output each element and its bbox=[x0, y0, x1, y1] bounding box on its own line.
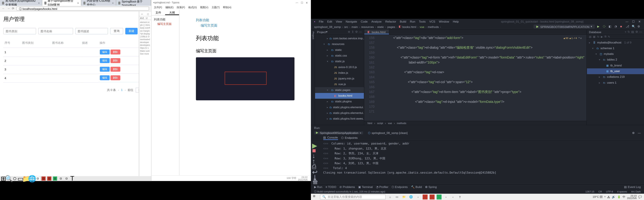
menu-edit[interactable]: 编辑(E) bbox=[165, 5, 174, 9]
rerun-icon[interactable]: ▶ bbox=[312, 142, 316, 146]
heading2[interactable]: 编写主页面 bbox=[196, 48, 294, 54]
edit-button[interactable]: 编辑 bbox=[100, 67, 110, 72]
wrap-icon[interactable]: ↩ bbox=[312, 168, 316, 172]
problems-tool[interactable]: ⊘ Problems bbox=[340, 186, 355, 189]
build-tool[interactable]: 🔨 Build bbox=[411, 186, 422, 189]
close-icon[interactable]: × bbox=[38, 1, 40, 4]
cortana-icon[interactable]: ○ bbox=[388, 195, 392, 199]
reload-icon[interactable]: ⟳ bbox=[12, 7, 14, 10]
edit-button[interactable]: 编辑 bbox=[100, 58, 110, 63]
hide-icon[interactable]: — bbox=[638, 132, 641, 134]
delete-button[interactable]: 删除 bbox=[110, 58, 120, 63]
breadcrumb-item[interactable]: static bbox=[377, 25, 384, 28]
styles-tab[interactable]: 样式 bbox=[139, 16, 145, 20]
close-icon[interactable]: ✕ bbox=[638, 20, 641, 23]
breadcrumb-item[interactable]: resources bbox=[361, 25, 374, 28]
tree-item[interactable]: JSvue.js bbox=[315, 82, 364, 87]
app-icon[interactable]: ▫ bbox=[444, 195, 448, 199]
back-icon[interactable]: ← bbox=[2, 7, 5, 10]
breadcrumb-item[interactable]: methods bbox=[428, 25, 439, 28]
ime-icon[interactable]: 中 bbox=[622, 195, 626, 199]
todo-tool[interactable]: ≡ TODO bbox=[326, 186, 336, 189]
editor-tab[interactable]: ◧books.html bbox=[364, 29, 389, 34]
menu-item[interactable]: Refactor bbox=[385, 20, 396, 23]
menu-file[interactable]: 文件(F) bbox=[154, 5, 162, 9]
files-tab[interactable]: 文件 bbox=[152, 10, 165, 15]
volume-icon[interactable]: 🔊 bbox=[612, 195, 616, 199]
clock[interactable]: 23:23 2022/5/6 bbox=[627, 195, 636, 199]
taskbar[interactable]: ⊞ 🔍在这里输入你要搜索的内容 ○ ▭ 📁 🌐 ▫ ▫ ▫ ▫ ▫ ▫ T 19… bbox=[311, 194, 644, 200]
tree-item[interactable]: ▸🗀static.plugins bbox=[315, 99, 364, 104]
url-input[interactable]: ⓘ localhost/pages/books.html bbox=[16, 6, 149, 10]
code-area[interactable]: 156 157 158 159 160 161 162 163 164 165 … bbox=[364, 35, 586, 121]
tree-item[interactable]: ▾🗀resources bbox=[315, 41, 364, 47]
outline-item[interactable]: 编写主页面 bbox=[154, 22, 176, 26]
type-input[interactable] bbox=[3, 28, 36, 34]
menu-theme[interactable]: 主题(T) bbox=[212, 5, 220, 9]
settings-icon[interactable]: ⚙ bbox=[638, 25, 641, 28]
console-tab[interactable]: ▤Console bbox=[323, 136, 338, 140]
run-icon[interactable]: ▶ bbox=[597, 25, 600, 28]
explorer-icon[interactable]: 📁 bbox=[402, 195, 406, 199]
run-tool[interactable]: ▶ Run bbox=[314, 186, 322, 189]
gear-icon[interactable]: ⚙ bbox=[355, 30, 358, 34]
terminal-tool[interactable]: ▣ Terminal bbox=[358, 186, 373, 189]
print-icon[interactable]: ⎙ bbox=[312, 163, 316, 167]
query-button[interactable]: 查询 bbox=[110, 28, 123, 34]
delete-button[interactable]: 删除 bbox=[110, 75, 120, 80]
tree-item[interactable]: JSindex.js bbox=[315, 70, 364, 76]
menu-help[interactable]: 帮助(H) bbox=[223, 5, 231, 9]
close-icon[interactable]: × bbox=[77, 1, 79, 4]
tree-item[interactable]: ◧books.html bbox=[315, 93, 364, 99]
db-tree-item[interactable]: ▾◫mybatis bbox=[587, 51, 644, 57]
close-icon[interactable]: × bbox=[360, 132, 361, 134]
cortana-icon[interactable]: ○ bbox=[13, 177, 17, 181]
breadcrumb-item[interactable]: main bbox=[352, 25, 358, 28]
db-tree-item[interactable]: ▦tb_user bbox=[587, 68, 644, 74]
coverage-icon[interactable]: ◧ bbox=[608, 25, 612, 28]
delete-button[interactable]: 删除 bbox=[110, 49, 120, 54]
tree-item[interactable]: ▸🗀com.taotao.service.imp... bbox=[315, 36, 364, 41]
tree-item[interactable]: ▾🗀static.pages bbox=[315, 87, 364, 93]
database-panel[interactable]: Database +↻▤⚙— ▤▦↻▶⧉✎ ▸🗄mybatis@localhos… bbox=[586, 29, 644, 125]
idea-icon[interactable]: ▫ bbox=[450, 195, 455, 199]
battery-icon[interactable]: 🔋 bbox=[617, 195, 621, 199]
profiler-tool[interactable]: ◔ Profiler bbox=[376, 186, 388, 189]
app-icon[interactable]: ▫ bbox=[53, 177, 57, 181]
db-tree-item[interactable]: ▾🗀tables 2 bbox=[587, 57, 644, 63]
edge-icon[interactable]: 🌐 bbox=[408, 195, 414, 199]
profiler-icon[interactable]: ◔ bbox=[614, 25, 618, 28]
menu-item[interactable]: Help bbox=[453, 20, 459, 23]
ide-menubar[interactable]: ▪ File Edit View Navigate Code Analyze R… bbox=[311, 19, 644, 24]
app-icon[interactable]: ▫ bbox=[422, 195, 428, 199]
computed-tab[interactable]: 计 bbox=[145, 16, 148, 20]
close-icon[interactable]: × bbox=[112, 1, 114, 4]
breadcrumb-item[interactable]: src bbox=[344, 25, 348, 28]
menu-item[interactable]: Code bbox=[361, 20, 368, 23]
notifications-icon[interactable]: 💬 bbox=[638, 195, 642, 199]
browser-tab[interactable]: SpringBoot-基于SpringBoot bbox=[116, 0, 151, 6]
db-tree-item[interactable]: ▸🗀collations 219 bbox=[587, 74, 644, 80]
menu-item[interactable]: View bbox=[336, 20, 342, 23]
outline-item[interactable]: 列表功能 bbox=[154, 17, 176, 22]
console-output[interactable]: <== Columns: id, username, password, gen… bbox=[321, 140, 644, 184]
app-icon[interactable]: ▫ bbox=[42, 177, 46, 181]
hide-icon[interactable]: — bbox=[359, 30, 362, 34]
app-icon[interactable]: ▫ bbox=[47, 177, 51, 181]
endpoints-tool[interactable]: ⬡ Endpoints bbox=[392, 186, 408, 189]
start-icon[interactable]: ⊞ bbox=[1, 177, 5, 181]
db-tree-item[interactable]: ▾🗀schemas 1 bbox=[587, 45, 644, 51]
maximize-icon[interactable]: ☐ bbox=[632, 20, 634, 23]
endpoints-tab[interactable]: ⬡Endpoints bbox=[341, 136, 358, 140]
menu-item[interactable]: Window bbox=[439, 20, 449, 23]
search-box[interactable]: 🔍在这里输入你要搜索的内容 bbox=[320, 195, 386, 199]
desc-input[interactable] bbox=[75, 28, 108, 34]
table-row[interactable]: 1 编辑 删除 bbox=[3, 48, 148, 57]
browser-tab[interactable]: 内容管理-CSDN创作中心× bbox=[81, 0, 116, 6]
edit-button[interactable]: 编辑 bbox=[100, 75, 110, 80]
gear-icon[interactable]: ⚙ bbox=[636, 30, 638, 34]
maximize-icon[interactable]: ☐ bbox=[299, 1, 304, 4]
browser-tab[interactable]: 黑马程序员SpringBoot2全套视频× bbox=[0, 0, 42, 6]
git-icon[interactable]: ⎇ bbox=[626, 25, 629, 28]
tree-item[interactable]: ▸🗀static.plugins.font-awes... bbox=[315, 116, 364, 122]
